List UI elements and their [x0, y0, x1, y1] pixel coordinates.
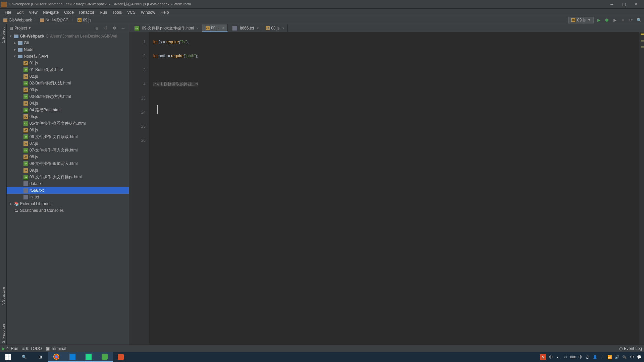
marker[interactable]: [641, 46, 644, 48]
lang-indicator[interactable]: 中: [629, 354, 635, 360]
menu-refactor[interactable]: Refactor: [76, 9, 97, 15]
tree-row[interactable]: data.txt: [7, 180, 129, 187]
debug-button[interactable]: ⬢: [604, 17, 610, 23]
start-button[interactable]: [0, 352, 16, 362]
tree-row[interactable]: 🗂Scratches and Consoles: [7, 207, 129, 214]
tree-row[interactable]: JS07.js: [7, 140, 129, 147]
tree-row[interactable]: ▶📚External Libraries: [7, 200, 129, 207]
favorites-tool-button[interactable]: 2: Favorites: [1, 321, 5, 345]
project-tree[interactable]: ▼Git-WebpackC:\Users\Jonathan Lee\Deskto…: [7, 32, 129, 345]
menu-window[interactable]: Window: [138, 9, 158, 15]
tree-row[interactable]: lnj.txt: [7, 194, 129, 200]
tree-row[interactable]: ▼Node核心API: [7, 53, 129, 60]
tree-row[interactable]: JS02.js: [7, 73, 129, 80]
tree-row[interactable]: <>02-Buffer实例方法.html: [7, 80, 129, 86]
tree-row[interactable]: <>07-文件操作-写入文件.html: [7, 147, 129, 154]
terminal-tool-button[interactable]: ▣Terminal: [46, 346, 66, 351]
wifi-icon[interactable]: 📶: [607, 354, 612, 360]
tree-row[interactable]: <>08-文件操作-追加写入.html: [7, 160, 129, 167]
app3-taskbar-button[interactable]: [113, 352, 129, 362]
tree-row[interactable]: JS01.js: [7, 60, 129, 66]
task-view-button[interactable]: ⊞: [32, 352, 48, 362]
app2-taskbar-button[interactable]: [97, 352, 113, 362]
tree-row[interactable]: JS04.js: [7, 100, 129, 107]
update-button[interactable]: ⟳: [628, 17, 634, 23]
tray-chevron-icon[interactable]: ^: [600, 354, 605, 360]
notification-icon[interactable]: 💬: [637, 354, 642, 360]
menu-file[interactable]: File: [2, 9, 14, 15]
warning-marker[interactable]: [641, 34, 644, 35]
chrome-taskbar-button[interactable]: [48, 352, 64, 362]
ime-face[interactable]: ☺: [563, 354, 568, 360]
ime-pin[interactable]: 拼: [585, 354, 590, 360]
marker[interactable]: [641, 40, 644, 42]
settings-icon[interactable]: ✻: [111, 25, 117, 31]
volume-icon[interactable]: 🔊: [614, 354, 620, 360]
coverage-button[interactable]: ▶: [612, 17, 618, 23]
collapse-icon[interactable]: ⇵: [103, 25, 109, 31]
tree-row[interactable]: it666.txt: [7, 187, 129, 194]
tree-row[interactable]: <>06-文件操作-文件读取.html: [7, 133, 129, 140]
ime-mode[interactable]: 中: [548, 354, 553, 360]
people-icon[interactable]: 👤: [592, 354, 598, 360]
close-button[interactable]: ✕: [632, 1, 640, 8]
tree-row[interactable]: <>09-文件操作-大文件操作.html: [7, 174, 129, 180]
maximize-button[interactable]: ▢: [620, 1, 628, 8]
code-editor[interactable]: let fs = require("fs"); let path = requi…: [149, 32, 639, 345]
search-button[interactable]: 🔍: [16, 352, 32, 362]
tree-row[interactable]: JS08.js: [7, 154, 129, 160]
project-tool-button[interactable]: 1: Project: [1, 25, 5, 45]
menu-help[interactable]: Help: [158, 9, 172, 15]
run-config-dropdown[interactable]: JS 09.js ▼: [568, 17, 594, 23]
breadcrumb-file[interactable]: JS 09.js: [76, 18, 93, 22]
battery-icon[interactable]: 🔌: [622, 354, 627, 360]
breadcrumb-folder[interactable]: Node核心API: [39, 17, 71, 23]
ime-kbd[interactable]: ⌨: [570, 354, 576, 360]
editor-tab[interactable]: JS09.js×: [202, 24, 228, 32]
webstorm-taskbar-button[interactable]: [80, 352, 97, 362]
ime-lang[interactable]: 中: [578, 354, 583, 360]
run-tool-button[interactable]: ▶4: Run: [2, 346, 18, 351]
ime-indicator[interactable]: S: [540, 354, 546, 360]
tree-label: it666.txt: [30, 188, 44, 193]
close-icon[interactable]: ×: [222, 26, 224, 30]
tree-row[interactable]: ▼Git-WebpackC:\Users\Jonathan Lee\Deskto…: [7, 33, 129, 40]
todo-tool-button[interactable]: ≡6: TODO: [22, 346, 42, 351]
tree-row[interactable]: <>03-Buffer静态方法.html: [7, 93, 129, 100]
menu-code[interactable]: Code: [61, 9, 76, 15]
editor-tab[interactable]: JS08.js×: [262, 24, 288, 32]
ime-punct[interactable]: •,: [555, 354, 561, 360]
search-everywhere-button[interactable]: 🔍: [636, 17, 642, 23]
close-icon[interactable]: ×: [282, 26, 284, 30]
hide-icon[interactable]: ─: [120, 25, 126, 31]
menu-vcs[interactable]: VCS: [124, 9, 138, 15]
stop-button[interactable]: ■: [620, 17, 626, 23]
menu-edit[interactable]: Edit: [14, 9, 26, 15]
close-icon[interactable]: ×: [197, 26, 199, 30]
structure-tool-button[interactable]: 7: Structure: [1, 285, 5, 308]
run-button[interactable]: ▶: [596, 17, 602, 23]
menu-run[interactable]: Run: [97, 9, 110, 15]
sidebar-title[interactable]: ▤ Project ▼: [9, 26, 94, 31]
menu-view[interactable]: View: [26, 9, 40, 15]
editor-marker-strip[interactable]: [639, 32, 644, 345]
menu-tools[interactable]: Tools: [110, 9, 124, 15]
tree-row[interactable]: <>05-文件操作-查看文件状态.html: [7, 120, 129, 127]
menu-navigate[interactable]: Navigate: [40, 9, 61, 15]
app-taskbar-button[interactable]: [64, 352, 80, 362]
tree-row[interactable]: ▶Git: [7, 40, 129, 46]
breadcrumb-root[interactable]: Git-Webpack: [2, 18, 33, 22]
tree-row[interactable]: ▶Node: [7, 46, 129, 53]
tree-row[interactable]: JS05.js: [7, 113, 129, 120]
tree-row[interactable]: <>04-路径Path.html: [7, 107, 129, 113]
editor-tab[interactable]: it666.txt×: [228, 24, 262, 32]
event-log-button[interactable]: ◷Event Log: [619, 346, 642, 351]
tree-row[interactable]: JS09.js: [7, 167, 129, 174]
minimize-button[interactable]: ─: [608, 1, 616, 8]
tree-row[interactable]: JS03.js: [7, 86, 129, 93]
scroll-from-source-icon[interactable]: ⊚: [94, 25, 100, 31]
tree-row[interactable]: JS06.js: [7, 127, 129, 133]
tree-row[interactable]: <>01-Buffer对象.html: [7, 66, 129, 73]
close-icon[interactable]: ×: [257, 26, 259, 30]
editor-tab[interactable]: <>09-文件操作-大文件操作.html×: [130, 24, 202, 32]
